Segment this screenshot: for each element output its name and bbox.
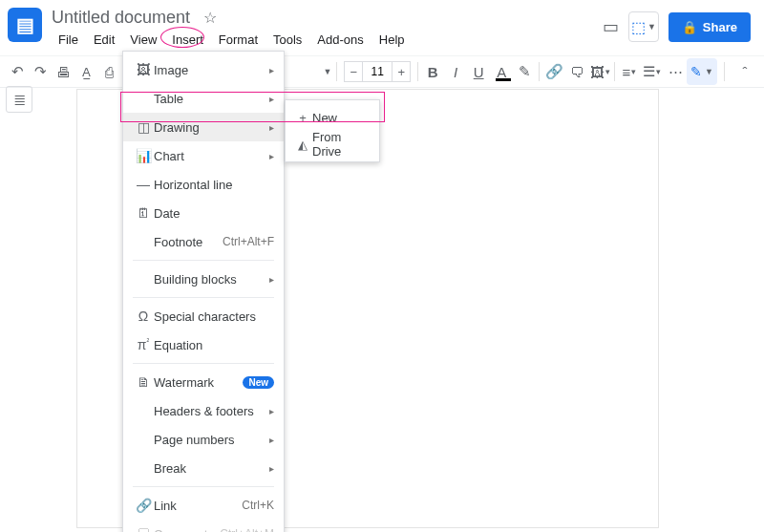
menu-insert[interactable]: Insert <box>165 30 210 50</box>
menu-item-building-blocks[interactable]: Building blocks ▸ <box>123 265 284 293</box>
insert-image-button[interactable]: 🖼▾ <box>588 58 611 85</box>
menu-item-page-numbers[interactable]: Page numbers ▸ <box>123 425 284 454</box>
menu-item-label: Drawing <box>154 120 269 135</box>
menu-item-label: Link <box>154 499 242 513</box>
menu-item-label: Equation <box>154 338 274 352</box>
drawing-submenu: + New ◭ From Drive <box>285 99 380 162</box>
menu-item-date[interactable]: 🗓 Date <box>123 199 284 227</box>
toolbar-separator <box>417 62 418 81</box>
present-icon: ⬚ <box>631 18 646 36</box>
styles-picker[interactable]: ▼ <box>289 61 334 82</box>
plus-icon: + <box>293 111 312 125</box>
menu-item-label: Break <box>154 461 269 476</box>
comment-icon: 🗨 <box>133 526 154 532</box>
menu-item-watermark[interactable]: 🗎 Watermark New <box>123 368 284 396</box>
more-tools-button[interactable]: ⋯ <box>664 58 687 85</box>
paint-format-button[interactable]: ⎙ <box>97 58 120 85</box>
menu-item-headers-footers[interactable]: Headers & footers ▸ <box>123 396 284 425</box>
highlight-button[interactable]: ✎ <box>513 58 536 85</box>
menu-item-equation[interactable]: π² Equation <box>123 330 284 359</box>
font-size-decrease[interactable]: − <box>344 61 363 82</box>
menu-item-label: Footnote <box>154 235 223 249</box>
align-button[interactable]: ≡▾ <box>618 58 641 85</box>
open-comments-icon[interactable]: ▭ <box>603 16 619 37</box>
editing-mode-button[interactable]: ✎ ▼ <box>687 58 717 85</box>
menu-item-horizontal-line[interactable]: — Horizontal line <box>123 170 284 199</box>
submenu-item-from-drive[interactable]: ◭ From Drive <box>286 131 379 158</box>
horizontal-line-icon: — <box>133 177 154 192</box>
menu-view[interactable]: View <box>123 30 163 50</box>
calendar-icon: 🗓 <box>133 205 154 221</box>
share-button[interactable]: 🔒 Share <box>668 12 751 42</box>
menu-item-label: From Drive <box>312 130 371 159</box>
new-badge: New <box>243 376 274 389</box>
line-spacing-button[interactable]: ☰▾ <box>641 58 664 85</box>
print-button[interactable]: 🖶 <box>52 58 74 85</box>
add-comment-button[interactable]: 🗨 <box>565 58 588 85</box>
menu-separator <box>133 260 274 261</box>
submenu-arrow-icon: ▸ <box>269 94 274 104</box>
menu-help[interactable]: Help <box>372 30 412 50</box>
menu-item-comment: 🗨 Comment Ctrl+Alt+M <box>123 520 284 532</box>
insert-dropdown-menu: 🖼 Image ▸ Table ▸ ◫ Drawing ▸ 📊 Chart ▸ … <box>122 51 285 532</box>
menu-shortcut: Ctrl+Alt+F <box>223 235 274 248</box>
menu-item-label: Image <box>154 63 269 77</box>
collapse-toolbar-button[interactable]: ˆ <box>732 58 758 85</box>
menu-tools[interactable]: Tools <box>266 30 308 50</box>
menu-format[interactable]: Format <box>212 30 265 50</box>
submenu-item-new[interactable]: + New <box>286 104 379 131</box>
menu-bar: File Edit View Insert Format Tools Add-o… <box>52 30 603 50</box>
submenu-arrow-icon: ▸ <box>269 435 274 445</box>
toolbar-separator <box>614 62 615 81</box>
menu-item-drawing[interactable]: ◫ Drawing ▸ <box>123 113 284 141</box>
chevron-down-icon: ▾ <box>605 67 610 76</box>
chevron-down-icon: ▾ <box>656 67 661 76</box>
submenu-arrow-icon: ▸ <box>269 406 274 416</box>
star-icon[interactable]: ☆ <box>203 9 217 27</box>
menu-item-table[interactable]: Table ▸ <box>123 84 284 113</box>
menu-item-special-characters[interactable]: Ω Special characters <box>123 302 284 330</box>
undo-button[interactable]: ↶ <box>6 58 29 85</box>
menu-item-label: Table <box>154 92 269 106</box>
font-size-input[interactable] <box>363 61 392 82</box>
present-button[interactable]: ⬚▼ <box>628 11 659 42</box>
menu-addons[interactable]: Add-ons <box>310 30 370 50</box>
toolbar-separator <box>539 62 540 81</box>
document-title[interactable]: Untitled document <box>52 8 190 28</box>
menu-item-break[interactable]: Break ▸ <box>123 454 284 482</box>
link-icon: 🔗 <box>133 498 154 513</box>
docs-logo[interactable]: ▤ <box>8 8 42 42</box>
menu-separator <box>133 297 274 298</box>
toolbar: ↶ ↷ 🖶 A̲ ⎙ ▼ − + B I U A ✎ 🔗 🗨 🖼▾ ≡▾ ☰▾ … <box>0 55 764 88</box>
italic-button[interactable]: I <box>444 58 467 85</box>
bold-button[interactable]: B <box>421 58 444 85</box>
omega-icon: Ω <box>133 309 154 324</box>
menu-item-label: Headers & footers <box>154 404 269 418</box>
menu-item-label: Comment <box>154 527 220 533</box>
underline-button[interactable]: U <box>467 58 490 85</box>
menu-shortcut: Ctrl+Alt+M <box>220 527 274 532</box>
insert-link-button[interactable]: 🔗 <box>542 58 565 85</box>
submenu-arrow-icon: ▸ <box>269 274 274 285</box>
menu-separator <box>133 486 274 487</box>
menu-item-label: Page numbers <box>154 433 269 447</box>
chevron-down-icon: ▼ <box>323 67 331 76</box>
menu-item-image[interactable]: 🖼 Image ▸ <box>123 55 284 84</box>
watermark-icon: 🗎 <box>133 374 154 390</box>
menu-file[interactable]: File <box>52 30 85 50</box>
menu-item-chart[interactable]: 📊 Chart ▸ <box>123 141 284 170</box>
chevron-down-icon: ▼ <box>647 22 656 32</box>
spellcheck-button[interactable]: A̲ <box>74 58 97 85</box>
font-size-increase[interactable]: + <box>392 61 411 82</box>
menu-edit[interactable]: Edit <box>87 30 121 50</box>
submenu-arrow-icon: ▸ <box>269 463 274 474</box>
text-color-button[interactable]: A <box>490 58 513 85</box>
chart-icon: 📊 <box>133 148 154 163</box>
drawing-icon: ◫ <box>133 119 154 135</box>
menu-item-link[interactable]: 🔗 Link Ctrl+K <box>123 491 284 520</box>
document-outline-button[interactable]: ≣ <box>6 86 32 113</box>
lock-icon: 🔒 <box>682 20 697 34</box>
redo-button[interactable]: ↷ <box>29 58 52 85</box>
toolbar-separator <box>336 62 337 81</box>
menu-item-footnote[interactable]: Footnote Ctrl+Alt+F <box>123 227 284 256</box>
